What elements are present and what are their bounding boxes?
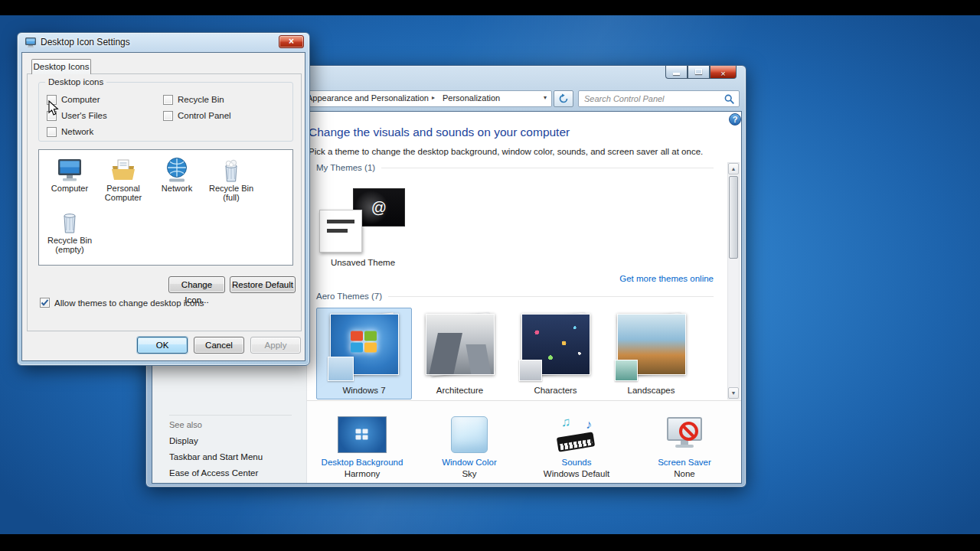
dialog-icon [24,36,37,48]
sounds-value: Windows Default [527,469,626,478]
aero-themes-label: Aero Themes (7) [316,292,382,301]
restore-default-button[interactable]: Restore Default [230,276,296,293]
icon-label: Computer [43,184,96,194]
personal-computer-icon [109,156,137,184]
my-themes-header: My Themes (1) [316,162,714,173]
breadcrumb-separator-icon: ▸ [432,94,435,101]
recycle-bin-full-icon [217,156,245,184]
checkbox-box[interactable] [163,111,173,121]
allow-themes-checkbox[interactable]: Allow themes to change desktop icons [40,298,204,308]
checkbox-network[interactable]: Network [47,126,93,137]
theme-settings-footer: Desktop Background Harmony Window Color … [307,400,741,483]
help-button[interactable]: ? [729,113,741,126]
icon-item-computer[interactable]: Computer [43,153,96,194]
checkbox-label: Recycle Bin [178,95,224,104]
change-icon-button[interactable]: Change Icon... [168,276,225,293]
theme-unsaved[interactable]: @ Unsaved Theme [315,181,411,272]
get-more-themes-link[interactable]: Get more themes online [307,274,714,283]
theme-label: Windows 7 [317,386,411,395]
cancel-button[interactable]: Cancel [194,337,244,354]
sounds-icon[interactable]: ♫ ♪ [555,415,598,453]
mouse-cursor [48,100,59,119]
breadcrumb-appearance[interactable]: Appearance and Personalization [307,93,429,103]
screen-saver-value: None [635,469,734,478]
icon-label: Personal Computer [96,184,150,202]
landscapes-theme-thumbnail [614,312,689,383]
my-themes-label: My Themes (1) [316,163,375,172]
theme-windows-7[interactable]: Windows 7 [316,308,412,399]
theme-architecture[interactable]: Architecture [412,308,508,399]
music-note-icon: ♪ [586,418,592,432]
search-input[interactable]: Search Control Panel [578,90,740,107]
recycle-bin-empty-icon [56,208,83,236]
checkbox-label: Computer [61,95,100,104]
checkbox-control-panel[interactable]: Control Panel [163,110,231,121]
footer-item-window-color[interactable]: Window Color Sky [420,401,519,478]
apply-button: Apply [250,337,301,354]
icon-item-recycle-bin-full[interactable]: Recycle Bin (full) [204,153,258,202]
sidebar-link-ease-of-access[interactable]: Ease of Access Center [169,468,292,478]
dialog-titlebar: Desktop Icon Settings [24,36,130,48]
theme-label: Characters [508,386,603,395]
desktop-icon-list[interactable]: Computer Personal Computer [38,149,293,266]
aero-themes-header: Aero Themes (7) [316,291,714,302]
theme-characters[interactable]: Characters [508,308,603,399]
scroll-down-button[interactable]: ▼ [728,387,739,399]
checkbox-label: Allow themes to change desktop icons [54,298,204,308]
footer-item-sounds[interactable]: ♫ ♪ Sounds Windows Default [527,401,626,478]
icon-item-recycle-bin-empty[interactable]: Recycle Bin (empty) [43,205,96,254]
checkbox-label: Control Panel [178,111,231,120]
main-pane: ? Change the visuals and sounds on your … [307,112,741,400]
caption-buttons: × [665,66,737,79]
theme-landscapes[interactable]: Landscapes [603,308,699,399]
refresh-button[interactable] [554,90,573,107]
checkbox-recycle-bin[interactable]: Recycle Bin [163,94,224,105]
minimize-icon [673,73,680,75]
sidebar-link-display[interactable]: Display [169,436,292,445]
none-prohibition-icon [679,422,698,441]
window-close-button[interactable]: × [710,66,737,79]
architecture-theme-thumbnail [423,312,498,383]
maximize-button[interactable] [688,66,710,79]
music-note-icon: ♫ [561,415,571,430]
check-icon [41,298,49,307]
maximize-icon [695,69,702,74]
icon-item-network[interactable]: Network [150,153,204,194]
window-color-thumbnail[interactable] [451,416,488,453]
scrollbar-thumb[interactable] [729,176,738,259]
screen-saver-link[interactable]: Screen Saver [635,458,734,467]
icon-item-personal-computer[interactable]: Personal Computer [96,153,150,202]
theme-label: Architecture [413,386,507,395]
characters-theme-thumbnail [518,312,593,383]
letterbox-bottom [0,534,980,551]
dialog-title: Desktop Icon Settings [41,37,130,47]
desktop-background-thumbnail[interactable] [338,416,387,453]
address-dropdown-icon[interactable]: ▾ [544,94,547,101]
desktop-background-link[interactable]: Desktop Background [312,458,412,467]
see-also-block: See also Display Taskbar and Start Menu … [169,415,292,484]
group-label: Desktop icons [45,77,106,86]
icon-label: Recycle Bin (empty) [43,236,96,254]
screen-saver-icon[interactable] [663,415,706,453]
dialog-close-button[interactable]: × [279,35,304,48]
dialog-client-area: Desktop Icons Desktop icons Computer Rec… [21,52,305,361]
window-color-link[interactable]: Window Color [420,458,519,467]
checkbox-box[interactable] [47,127,57,137]
checkbox-box[interactable] [163,95,173,105]
see-also-header: See also [169,420,292,429]
breadcrumb-personalization[interactable]: Personalization [443,93,500,103]
minimize-button[interactable] [665,66,688,79]
header-rule [388,296,714,297]
search-icon[interactable] [724,94,735,105]
sidebar-link-taskbar[interactable]: Taskbar and Start Menu [169,452,292,461]
checkbox-box-checked[interactable] [40,298,50,308]
ok-button[interactable]: OK [137,337,188,354]
themes-scrollbar[interactable]: ▲ ▼ [727,162,740,399]
footer-item-desktop-background[interactable]: Desktop Background Harmony [312,401,412,478]
scroll-up-button[interactable]: ▲ [728,163,739,174]
cursor-arrow-icon [48,100,59,116]
footer-item-screen-saver[interactable]: Screen Saver None [635,401,734,478]
tab-desktop-icons[interactable]: Desktop Icons [31,59,91,74]
search-placeholder: Search Control Panel [584,94,665,103]
sounds-link[interactable]: Sounds [527,458,626,467]
